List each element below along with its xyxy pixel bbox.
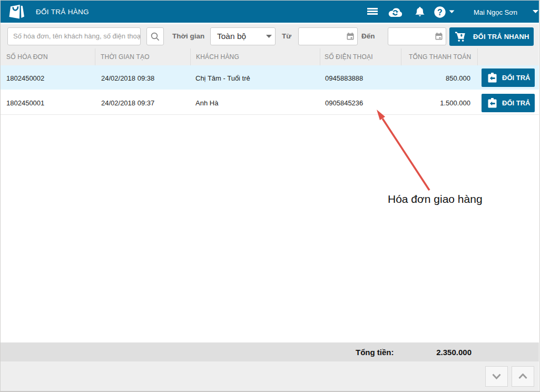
svg-text:?: ?: [437, 8, 443, 17]
